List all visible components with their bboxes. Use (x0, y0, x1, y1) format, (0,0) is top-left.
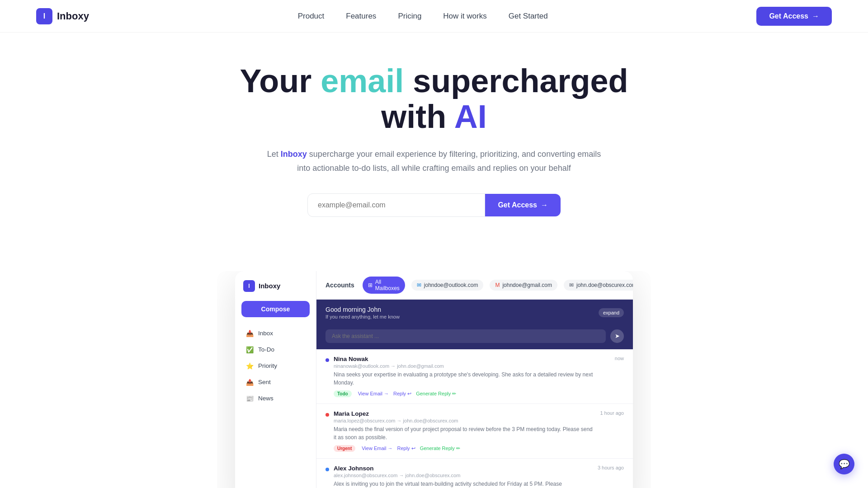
assistant-input[interactable] (326, 329, 606, 343)
expand-badge[interactable]: expand (599, 308, 624, 317)
email-dot-maria (326, 413, 329, 417)
hero-subtitle: Let Inboxy supercharge your email experi… (262, 147, 606, 175)
inbox-icon: 📥 (246, 330, 254, 337)
sidebar-sent-label: Sent (258, 379, 271, 385)
greeting-title: Good morning John (326, 306, 400, 313)
greeting-subtitle: If you need anything, let me know (326, 314, 400, 319)
main-content: Accounts ⊞ All Mailboxes ✉ johndoe@outlo… (316, 271, 633, 488)
email-input[interactable] (307, 193, 485, 217)
hero-cta-label: Get Access (498, 201, 537, 209)
email-generate-maria[interactable]: Generate Reply ✏ (420, 446, 460, 451)
email-sender-maria: Maria Lopez (334, 410, 595, 417)
outlook-label: johndoe@outlook.com (424, 282, 478, 288)
hero-highlight-email: email (321, 63, 404, 99)
email-reply-maria[interactable]: Reply ↩ (397, 446, 415, 451)
sidebar-brand-icon: I (243, 280, 255, 292)
email-dot-nina (326, 358, 329, 362)
nav-pricing[interactable]: Pricing (398, 12, 421, 21)
all-mailboxes-icon: ⊞ (368, 282, 373, 288)
hero-sub-start: Let (267, 150, 281, 159)
account-gmail[interactable]: M johndoe@gmail.com (490, 280, 557, 291)
email-item-maria[interactable]: Maria Lopez maria.lopez@obscurex.com → j… (316, 404, 633, 459)
email-body-nina: Nina Nowak ninanowak@outlook.com → john.… (334, 356, 610, 397)
nav-links: Product Features Pricing How it works Ge… (298, 12, 548, 21)
sidebar-item-inbox[interactable]: 📥 Inbox (241, 326, 310, 341)
email-time-alex: 3 hours ago (598, 465, 624, 470)
todo-icon: ✅ (246, 346, 254, 353)
nav-cta-arrow: → (812, 12, 819, 20)
nav-how-it-works[interactable]: How it works (443, 12, 486, 21)
nav-get-access-button[interactable]: Get Access → (756, 7, 832, 26)
compose-button[interactable]: Compose (241, 301, 310, 317)
email-preview-alex: Alex is inviting you to join the virtual… (334, 480, 593, 488)
app-window: I Inboxy Compose 📥 Inbox ✅ To-Do ⭐ Prior… (235, 271, 633, 488)
assistant-send-button[interactable]: ➤ (610, 329, 624, 343)
sidebar-brand-name: Inboxy (259, 282, 280, 290)
email-body-maria: Maria Lopez maria.lopez@obscurex.com → j… (334, 410, 595, 452)
account-outlook[interactable]: ✉ johndoe@outlook.com (411, 280, 484, 291)
hero-sub-end: supercharge your email experience by fil… (297, 150, 601, 173)
email-sender-nina: Nina Nowak (334, 356, 610, 362)
hero-get-access-button[interactable]: Get Access → (485, 194, 561, 216)
greeting-badges: expand (599, 308, 624, 317)
hero-sub-brand: Inboxy (281, 150, 307, 159)
hero-cta-arrow: → (541, 201, 548, 209)
logo-icon: I (36, 8, 52, 24)
email-from-nina: ninanowak@outlook.com → john.doe@gmail.c… (334, 363, 610, 369)
sidebar-news-label: News (258, 395, 274, 402)
email-body-alex: Alex Johnson alex.johnson@obscurex.com →… (334, 465, 593, 488)
email-from-alex: alex.johnson@obscurex.com → john.doe@obs… (334, 473, 593, 478)
email-view-maria[interactable]: View Email → (362, 446, 392, 451)
sidebar-item-sent[interactable]: 📤 Sent (241, 375, 310, 389)
topbar: Accounts ⊞ All Mailboxes ✉ johndoe@outlo… (316, 271, 633, 300)
all-mailboxes-label: All Mailboxes (375, 279, 400, 291)
news-icon: 📰 (246, 395, 254, 402)
email-preview-nina: Nina seeks your expertise in evaluating … (334, 371, 610, 387)
email-actions-nina: Todo View Email → Reply ↩ Generate Reply… (334, 390, 610, 397)
hero-section: Your email supercharged with AI Let Inbo… (0, 0, 868, 244)
navbar: I Inboxy Product Features Pricing How it… (0, 0, 868, 33)
gmail-icon: M (495, 282, 500, 288)
hero-headline-line2-start: with (381, 99, 454, 135)
email-item-nina[interactable]: Nina Nowak ninanowak@outlook.com → john.… (316, 349, 633, 404)
nav-product[interactable]: Product (298, 12, 325, 21)
sidebar-item-priority[interactable]: ⭐ Priority (241, 359, 310, 373)
email-view-nina[interactable]: View Email → (358, 391, 389, 396)
accounts-label: Accounts (326, 282, 354, 289)
email-time-maria: 1 hour ago (600, 410, 624, 416)
nav-cta-label: Get Access (769, 12, 808, 20)
greeting-banner: Good morning John If you need anything, … (316, 300, 633, 326)
sidebar-item-todo[interactable]: ✅ To-Do (241, 343, 310, 357)
sidebar-item-news[interactable]: 📰 News (241, 391, 310, 406)
nav-features[interactable]: Features (346, 12, 376, 21)
sidebar-inbox-label: Inbox (258, 330, 273, 337)
outlook-icon: ✉ (417, 282, 421, 288)
email-badge-maria: Urgent (334, 445, 355, 452)
logo[interactable]: I Inboxy (36, 8, 89, 24)
obscurex-label: john.doe@obscurex.com (576, 282, 633, 288)
sidebar-priority-label: Priority (258, 362, 277, 369)
hero-form: Get Access → (307, 193, 561, 217)
account-obscurex[interactable]: ✉ john.doe@obscurex.com (564, 280, 633, 291)
sidebar-brand: I Inboxy (241, 280, 310, 292)
email-sender-alex: Alex Johnson (334, 465, 593, 472)
email-badge-nina: Todo (334, 390, 352, 397)
email-generate-nina[interactable]: Generate Reply ✏ (416, 391, 456, 397)
email-reply-nina[interactable]: Reply ↩ (393, 391, 411, 397)
sidebar: I Inboxy Compose 📥 Inbox ✅ To-Do ⭐ Prior… (235, 271, 316, 488)
gmail-label: johndoe@gmail.com (502, 282, 552, 288)
email-list: Nina Nowak ninanowak@outlook.com → john.… (316, 349, 633, 488)
logo-name: Inboxy (57, 10, 89, 22)
email-actions-maria: Urgent View Email → Reply ↩ Generate Rep… (334, 445, 595, 452)
sidebar-nav: 📥 Inbox ✅ To-Do ⭐ Priority 📤 Sent 📰 (241, 326, 310, 406)
email-time-nina: now (615, 356, 624, 361)
account-all-mailboxes[interactable]: ⊞ All Mailboxes (363, 277, 405, 294)
hero-headline-middle: supercharged (404, 63, 628, 99)
nav-get-started[interactable]: Get Started (509, 12, 548, 21)
priority-icon: ⭐ (246, 362, 254, 370)
chat-bubble-button[interactable]: 💬 (834, 454, 854, 474)
obscurex-icon: ✉ (569, 282, 574, 288)
email-item-alex[interactable]: Alex Johnson alex.johnson@obscurex.com →… (316, 459, 633, 488)
email-preview-maria: Maria needs the final version of your pr… (334, 425, 595, 441)
email-dot-alex (326, 468, 329, 471)
